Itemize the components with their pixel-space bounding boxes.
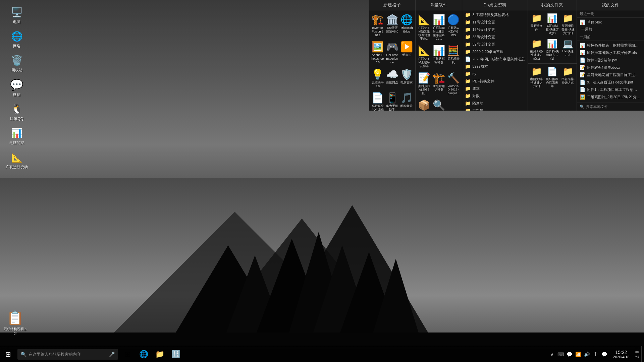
promo-item-simple-count[interactable]: 🧮简易精表机	[446, 43, 460, 69]
ddisk-item-item13[interactable]: 📁陌逢地	[464, 100, 526, 107]
search-local-button[interactable]: 🔍 搜索本地文件	[577, 103, 644, 111]
ddisk-item-item8[interactable]: 📁5297成本	[464, 63, 526, 70]
sandbox-item-t20[interactable]: 🏛️T20天正建筑V5.0	[385, 12, 399, 39]
recent-item-r1[interactable]: 📊草稿.xlsx	[578, 18, 643, 26]
myfile-bottom-mf7[interactable]: 📁虚面资料-快速建方式(1)	[529, 65, 544, 89]
taskbar-lang[interactable]: 中 MS	[633, 346, 642, 362]
ddisk-item-item7[interactable]: 📄2020年四川成都市申报条件汇总	[464, 55, 526, 63]
myfile-bottom-mf8[interactable]: 📄民轩推荐合联系表单	[545, 65, 560, 89]
tray-keyboard[interactable]: ⌨	[557, 346, 565, 362]
myfile-top-mf3[interactable]: 📁星河项目督查-快速方式(1)	[560, 12, 575, 36]
ddisk-item-item3[interactable]: 📁16号设计变更	[464, 26, 526, 33]
myfile-top-mf5[interactable]: 📊适价料-快速建方式(1)	[545, 37, 560, 62]
recent-item-r10[interactable]: 🖼️二维码图片_2月20日17时21分47秒.png	[578, 93, 643, 101]
promo-item-duoban[interactable]: 📦多版本管理	[417, 98, 431, 111]
taskbar-search-area[interactable]: 🔍 🎤	[17, 349, 118, 360]
network-label: 网络	[13, 44, 20, 48]
tray-action-center[interactable]: 💬	[600, 346, 608, 362]
recent-item-r7[interactable]: 📝星河天地花园工程项目施工过程意见征...	[578, 71, 643, 78]
ddisk-item-item5[interactable]: 📁52号设计变更	[464, 41, 526, 48]
myfile-top-mf1[interactable]: 📁民轩报文件	[529, 12, 544, 36]
r3-icon: 📊	[580, 43, 585, 48]
recent-lastweek-label: 一周前	[577, 34, 644, 41]
ddisk-section: D:\桌面资料 📁3.工程结算及其他表格📁11号设计变更📁16号设计变更📁38号…	[462, 0, 528, 111]
taskbar-app-explorer[interactable]: 📁	[152, 346, 168, 362]
simple-count-label: 简易精表机	[447, 57, 460, 64]
msedge-label: Microsoft Edge	[400, 26, 413, 34]
sandbox-item-fujian-pdf[interactable]: 📄福昕高级PDF编辑器	[371, 90, 384, 111]
start-button[interactable]: ⊞	[0, 346, 16, 362]
mf8-label: 民轩推荐合联系表单	[546, 77, 559, 88]
desktop-icon-gld[interactable]: 📐 广联达新变动	[3, 148, 30, 171]
sandbox-item-photoshop[interactable]: 🖼️Adobe Photoshop CS	[371, 39, 384, 66]
myfile-bottom-mf9[interactable]: 📁民轩推荐-快速方式	[560, 65, 575, 89]
taskbar-clock[interactable]: 15:22 2020/4/18	[610, 346, 633, 362]
taskbar-tray: ∧ ⌨ 💬 📶 🔊 中 💬	[547, 346, 610, 362]
recent-item-r6[interactable]: 📝附件2报价清单.docx	[578, 64, 643, 71]
taskbar-search-input[interactable]	[29, 352, 107, 357]
myfiles-section: 我的文件夹 📁民轩报文件📊1.汇总结算-快速方式(2)📁星河项目督查-快速方式(…	[528, 0, 577, 111]
tray-ime[interactable]: 中	[592, 346, 600, 362]
taskbar-app-calculator[interactable]: 🔢	[168, 346, 184, 362]
sandbox-item-msedge[interactable]: 🌐Microsoft Edge	[400, 12, 414, 39]
tray-wechat[interactable]: 💬	[566, 346, 574, 362]
ddisk-item-item11[interactable]: 📁成本	[464, 85, 526, 92]
promo-item-gld-bim-jisuan[interactable]: 📐广联达BIM新算量软件计量平台...	[417, 12, 431, 42]
sandbox-item-iqiyi[interactable]: ▶️爱奇艺	[400, 39, 414, 66]
search-icon: 🔍	[21, 352, 26, 357]
promo-item-autocad2016[interactable]: 📝斯维尔报价2016 版...	[417, 70, 431, 97]
promo-item-gld-bim-jianliang[interactable]: 📊广联达BIM土建计量平台GCL...	[432, 12, 446, 42]
myfile-top-mf6[interactable]: 💻HX-快速方式	[560, 37, 575, 62]
desktop-icon-qq[interactable]: 🐧 腾讯QQ	[3, 100, 30, 123]
explorer-icon: 📁	[155, 350, 164, 359]
taskbar-app-task-view[interactable]: ⊞	[119, 346, 136, 362]
desktop-file-icon-pdf[interactable]: 📋 晟领结构说明.pdf	[3, 310, 27, 335]
recent-item-r2[interactable]: 一周前	[578, 26, 643, 33]
recent-item-r4[interactable]: 📊民轩推荐省防水工程报价表.xls	[578, 49, 643, 56]
promo-item-cad-kuaijie[interactable]: 🔍cad快速看图	[432, 98, 446, 111]
ddisk-item-item2[interactable]: 📁11号设计变更	[464, 18, 526, 26]
ddisk-item-item9[interactable]: 📁dy	[464, 70, 526, 77]
recent-item-r5[interactable]: 📄附件2报价清单.pdf	[578, 56, 643, 64]
recent-item-r3[interactable]: 📊招标条件摘表：钢材需求明细、延期期...	[578, 42, 643, 49]
t20-label: T20天正建筑V5.0	[386, 26, 398, 34]
sandbox-item-baidu-map[interactable]: ☁️百度网盘	[385, 67, 399, 90]
promo-header: 幕量软件	[416, 0, 462, 10]
item6-icon: 📁	[465, 49, 471, 54]
promo-item-autocad2012[interactable]: 🔨AutoCAD 2012 - Simplif...	[446, 70, 460, 97]
desktop-icon-wechat[interactable]: 💬 微信	[3, 76, 30, 99]
tray-network[interactable]: 📶	[574, 346, 582, 362]
desktop-icon-recycle[interactable]: 🗑️ 回收站	[3, 52, 30, 74]
sandbox-item-inventor[interactable]: 🏗️Inventor Fusion 2012	[371, 12, 384, 39]
ddisk-item-item12[interactable]: 📁对数	[464, 92, 526, 100]
myfile-top-mf4[interactable]: 📁星河工程-快速建方式(1)	[529, 37, 544, 62]
sandbox-item-siyuan[interactable]: 💡思维助手7.0	[371, 67, 384, 90]
show-desktop-button[interactable]	[641, 346, 644, 362]
sandbox-item-pc-manager[interactable]: 🛡️电脑管家	[400, 67, 414, 90]
ddisk-item-item4[interactable]: 📁38号设计变更	[464, 33, 526, 41]
myfile-top-mf2[interactable]: 📊1.汇总结算-快速方式(2)	[545, 12, 560, 36]
recent-item-r9[interactable]: 📄附件1：工程项目施工过程意见征询单.p...	[578, 86, 643, 93]
ddisk-item-item14[interactable]: 📁工程量	[464, 107, 526, 111]
ddisk-item-item10[interactable]: 📁PDF转换文件	[464, 77, 526, 85]
promo-item-gld-g-plus[interactable]: 🔵广联达G+工作GWS	[446, 12, 460, 42]
gld-g-plus-icon: 🔵	[447, 14, 460, 25]
tray-chevron[interactable]: ∧	[548, 346, 556, 362]
desktop-icon-my-computer[interactable]: 🖥️ 电脑	[3, 3, 30, 26]
tray-volume[interactable]: 🔊	[583, 346, 591, 362]
ddisk-item-item1[interactable]: 📁3.工程结算及其他表格	[464, 11, 526, 18]
desktop-icon-network[interactable]: 🌐 网络	[3, 27, 30, 50]
taskbar-app-edge[interactable]: 🌐	[136, 346, 152, 362]
promo-item-gld-bim-index[interactable]: 📊广联达指标神器	[432, 43, 446, 69]
recent-item-r8[interactable]: 📄9、法人身份证(1)ps文件.pdf	[578, 78, 643, 86]
mf9-label: 民轩推荐-快速方式	[561, 77, 575, 85]
sandbox-item-kugou[interactable]: 🎵酷狗音乐	[400, 90, 414, 111]
promo-item-gld-bim-sign[interactable]: 📐广联达BIM土建标识神器	[417, 43, 431, 69]
promo-item-sweer[interactable]: 🏗️斯维尔知识神器	[432, 70, 446, 97]
sandbox-item-geforce[interactable]: 🎮GeForce Experience	[385, 39, 399, 66]
desktop-icon-pc-manager[interactable]: 📊 电脑管家	[3, 124, 30, 147]
ddisk-item-item6[interactable]: 📁2020.2.20桌面整理	[464, 48, 526, 55]
sandbox-item-huawei-map[interactable]: 📱华为手机助手	[385, 90, 399, 111]
r4-label: 民轩推荐省防水工程报价表.xls	[587, 50, 637, 55]
r6-label: 附件2报价清单.docx	[587, 65, 620, 70]
